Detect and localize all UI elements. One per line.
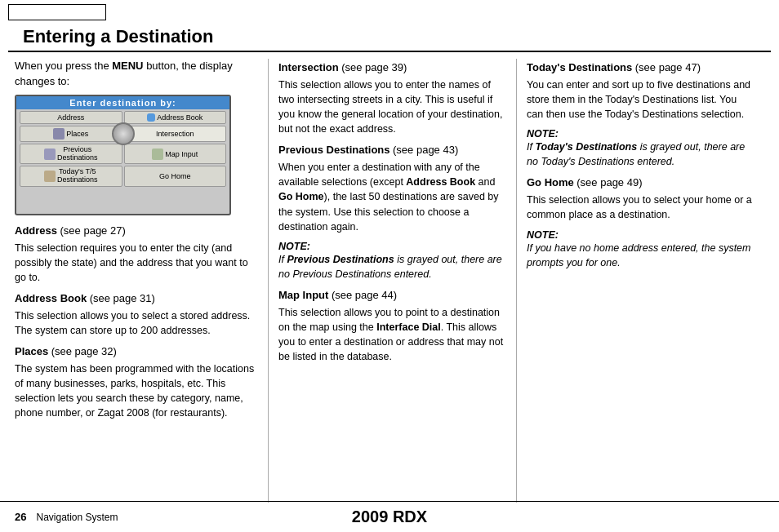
go-home-note-label: NOTE: <box>527 229 754 241</box>
interface-dial-inline: Interface Dial <box>376 321 441 333</box>
address-header: Address (see page 27) <box>15 224 260 239</box>
todays-dest-note: NOTE: If Today's Destinations is grayed … <box>527 128 754 169</box>
top-bar <box>0 0 779 24</box>
go-home-title: Go Home <box>527 176 574 188</box>
prev-dest-note-label: NOTE: <box>278 241 506 252</box>
todays-dest-header: Today's Destinations (see page 47) <box>527 60 754 76</box>
address-body: This selection requires you to enter the… <box>15 241 260 285</box>
todays-dest-title: Today's Destinations <box>527 61 632 73</box>
places-ref: (see page 32) <box>51 345 117 357</box>
address-title: Address <box>15 224 57 237</box>
prev-dest-ref: (see page 43) <box>393 144 458 156</box>
intersection-title: Intersection <box>278 61 339 73</box>
nav-btn-intersection[interactable]: Intersection <box>124 126 227 142</box>
footer-center-text: 2009 RDX <box>352 508 427 526</box>
go-home-note-text: If you have no home address entered, the… <box>527 241 754 270</box>
intersection-body: This selection allows you to enter the n… <box>278 78 506 137</box>
menu-bold: MENU <box>112 60 143 72</box>
section-go-home: Go Home (see page 49) This selection all… <box>527 175 754 222</box>
address-book-header: Address Book (see page 31) <box>15 291 260 307</box>
address-book-title: Address Book <box>15 292 87 304</box>
nav-btn-previous-destinations[interactable]: PreviousDestinations <box>20 144 122 165</box>
prev-dest-title: Previous Destinations <box>278 144 390 156</box>
map-input-header: Map Input (see page 44) <box>278 288 506 304</box>
go-home-body: This selection allows you to select your… <box>527 193 754 222</box>
intersection-ref: (see page 39) <box>341 61 407 73</box>
prev-dest-icon <box>44 149 56 160</box>
go-home-header: Go Home (see page 49) <box>527 175 754 191</box>
nav-system-label: Navigation System <box>36 512 118 523</box>
nav-display-title: Enter destination by: <box>16 96 229 109</box>
todays-dest-note-label: NOTE: <box>527 128 754 140</box>
prev-dest-note-text: If Previous Destinations is grayed out, … <box>278 252 506 282</box>
section-address-book: Address Book (see page 31) This selectio… <box>15 291 260 338</box>
page-title: Entering a Destination <box>23 26 213 47</box>
address-ref: (see page 27) <box>60 224 126 237</box>
map-input-icon <box>152 149 163 160</box>
map-input-title: Map Input <box>278 289 328 301</box>
section-address: Address (see page 27) This selection req… <box>15 224 260 285</box>
left-column: When you press the MENU button, the disp… <box>15 59 268 503</box>
places-icon <box>53 128 65 140</box>
todays-dest-body: You can enter and sort up to five destin… <box>527 78 754 122</box>
middle-column: Intersection (see page 39) This selectio… <box>268 59 517 503</box>
page-number: 26 <box>15 511 26 523</box>
content-area: When you press the MENU button, the disp… <box>0 52 779 509</box>
map-input-body: This selection allows you to point to a … <box>278 305 506 365</box>
todays-dest-note-bold: Today's Destinations <box>535 141 637 153</box>
right-column: Today's Destinations (see page 47) You c… <box>517 59 754 503</box>
address-book-inline: Address Book <box>406 176 475 188</box>
nav-btn-todays-destinations[interactable]: Today's T/5Destinations <box>20 166 122 187</box>
section-intersection: Intersection (see page 39) This selectio… <box>278 60 506 136</box>
todays-dest-ref: (see page 47) <box>635 61 701 73</box>
places-header: Places (see page 32) <box>15 344 260 360</box>
nav-btn-map-input[interactable]: Map Input <box>124 144 227 165</box>
title-section: Entering a Destination <box>8 24 771 52</box>
footer-left: 26 Navigation System <box>15 511 118 523</box>
interface-dial <box>112 122 135 145</box>
nav-btn-go-home[interactable]: Go Home <box>124 166 227 187</box>
go-home-inline: Go Home <box>278 191 324 202</box>
places-title: Places <box>15 345 48 357</box>
prev-dest-note-bold: Previous Destinations <box>287 254 394 265</box>
todays-dest-note-text: If Today's Destinations is grayed out, t… <box>527 140 754 169</box>
section-previous-destinations: Previous Destinations (see page 43) When… <box>278 143 506 233</box>
intro-text: When you press the MENU button, the disp… <box>15 59 260 90</box>
prev-dest-header: Previous Destinations (see page 43) <box>278 143 506 158</box>
address-book-body: This selection allows you to select a st… <box>15 308 260 338</box>
nav-btn-places[interactable]: Places <box>20 126 122 142</box>
nav-btn-address[interactable]: Address <box>20 111 122 124</box>
address-book-icon <box>147 113 155 122</box>
section-map-input: Map Input (see page 44) This selection a… <box>278 288 506 364</box>
go-home-ref: (see page 49) <box>576 176 642 188</box>
nav-display: Enter destination by: Address Address Bo… <box>15 95 231 215</box>
section-todays-destinations: Today's Destinations (see page 47) You c… <box>527 60 754 122</box>
map-input-ref: (see page 44) <box>332 289 397 301</box>
prev-dest-note: NOTE: If Previous Destinations is grayed… <box>278 241 506 282</box>
address-book-ref: (see page 31) <box>90 292 155 304</box>
section-places: Places (see page 32) The system has been… <box>15 344 260 420</box>
todays-dest-icon <box>44 171 56 182</box>
footer: 26 Navigation System 2009 RDX <box>0 501 779 532</box>
intersection-header: Intersection (see page 39) <box>278 60 506 76</box>
go-home-note: NOTE: If you have no home address entere… <box>527 229 754 270</box>
nav-btn-address-book[interactable]: Address Book <box>124 111 227 124</box>
prev-dest-body: When you enter a destination with any of… <box>278 160 506 234</box>
places-body: The system has been programmed with the … <box>15 361 260 421</box>
top-rectangle <box>8 4 106 20</box>
